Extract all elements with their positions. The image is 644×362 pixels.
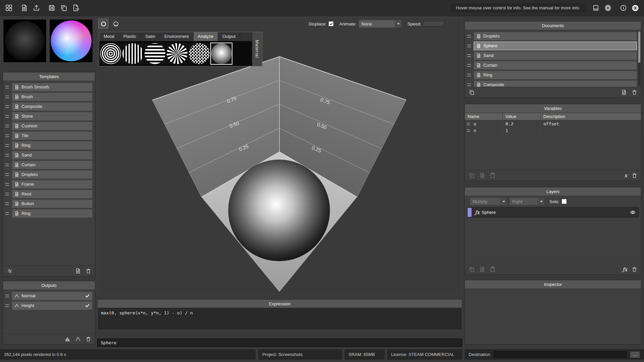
add-fx-layer-icon[interactable]: ƒx — [623, 266, 627, 273]
speed-slider[interactable] — [423, 21, 444, 26]
delete-template-icon[interactable] — [85, 268, 92, 275]
blend-mode-select[interactable]: Multiply — [470, 197, 507, 205]
tab-environment[interactable]: Environment — [160, 32, 194, 41]
chart-icon[interactable] — [64, 336, 71, 343]
chevron-down-icon[interactable] — [500, 198, 507, 205]
delete-document-icon[interactable] — [631, 89, 638, 96]
template-item[interactable]: Rivot — [3, 189, 95, 199]
layer-color-tab[interactable] — [468, 208, 472, 217]
duplicate-layer-icon[interactable] — [468, 266, 475, 273]
variable-value[interactable]: 0.2 — [503, 121, 541, 127]
material-thumb-checkerboard[interactable] — [189, 43, 210, 64]
solo-checkbox[interactable] — [561, 199, 567, 204]
document-item[interactable]: Sand — [465, 51, 641, 60]
template-item[interactable]: Brush Smooth — [3, 82, 95, 92]
paste-variable-icon[interactable] — [489, 172, 496, 179]
material-thumb-horizontal-stripes[interactable] — [144, 43, 166, 64]
drag-handle-icon[interactable] — [5, 134, 9, 137]
drag-handle-icon[interactable] — [5, 193, 9, 195]
drag-handle-icon[interactable] — [467, 83, 471, 86]
template-item[interactable]: Frame — [3, 179, 95, 189]
document-item-selected[interactable]: Sphere — [465, 41, 641, 51]
expression-name-field[interactable]: Sphere — [97, 339, 462, 347]
drag-handle-icon[interactable] — [467, 129, 470, 132]
column-value[interactable]: Value — [503, 113, 541, 120]
settings-gear-icon[interactable] — [630, 3, 641, 13]
template-item[interactable]: Stone — [3, 111, 95, 121]
drag-handle-icon[interactable] — [5, 202, 9, 205]
save-icon[interactable] — [46, 3, 57, 13]
delete-layer-icon[interactable] — [631, 266, 638, 273]
drag-handle-icon[interactable] — [5, 164, 9, 166]
template-item[interactable]: Cushion — [3, 121, 95, 131]
website-icon[interactable] — [602, 3, 613, 13]
output-item[interactable]: Height — [3, 301, 95, 310]
tab-output[interactable]: Output — [218, 32, 240, 41]
drag-handle-icon[interactable] — [5, 125, 9, 127]
copy-layer-icon[interactable] — [479, 266, 485, 273]
document-item[interactable]: Droplets — [465, 31, 641, 41]
manual-icon[interactable] — [590, 3, 601, 13]
template-item[interactable]: Brush — [3, 92, 95, 102]
scrollbar-thumb[interactable] — [638, 32, 640, 63]
destination-browse-button[interactable]: ... — [630, 351, 640, 358]
duplicate-document-icon[interactable] — [468, 89, 475, 96]
animate-select[interactable]: None — [359, 20, 402, 28]
drag-handle-icon[interactable] — [5, 173, 9, 176]
output-item[interactable]: Normal — [3, 291, 95, 301]
column-description[interactable]: Description — [541, 113, 641, 120]
variable-name[interactable]: n — [465, 127, 503, 134]
new-file-icon[interactable] — [19, 3, 30, 13]
material-thumb-radial-burst[interactable] — [166, 43, 188, 64]
chevron-down-icon[interactable] — [395, 20, 402, 27]
destination-input[interactable] — [494, 351, 627, 358]
add-variable-icon[interactable]: x — [624, 172, 627, 179]
template-item[interactable]: Ring — [3, 208, 95, 218]
documents-scrollbar[interactable] — [638, 32, 640, 85]
delete-output-icon[interactable] — [85, 336, 92, 343]
output-checkbox[interactable] — [85, 303, 90, 308]
delete-variable-icon[interactable] — [631, 172, 638, 179]
drag-handle-icon[interactable] — [5, 212, 9, 215]
drag-handle-icon[interactable] — [5, 154, 9, 157]
drag-handle-icon[interactable] — [467, 35, 471, 38]
template-item[interactable]: Tile — [3, 131, 95, 140]
material-thumb-concentric-rings[interactable] — [100, 43, 121, 64]
template-item[interactable]: Droplets — [3, 170, 95, 179]
output-checkbox[interactable] — [85, 293, 90, 298]
new-document-icon[interactable] — [621, 89, 627, 96]
layer-name[interactable]: Sphere — [482, 210, 496, 215]
variable-value[interactable]: 1 — [503, 127, 541, 134]
template-item[interactable]: Button — [3, 199, 95, 208]
tab-plastic[interactable]: Plastic — [119, 32, 141, 41]
variable-row[interactable]: o 0.2 offset — [465, 121, 641, 127]
drag-handle-icon[interactable] — [467, 64, 471, 67]
document-item[interactable]: Ring — [465, 70, 641, 80]
material-thumb-vertical-stripes[interactable] — [122, 43, 144, 64]
variable-name[interactable]: o — [465, 121, 503, 127]
template-item[interactable]: Ring — [3, 140, 95, 150]
tab-satin[interactable]: Satin — [141, 32, 160, 41]
document-item[interactable]: Composite — [465, 80, 641, 87]
duplicate-variable-icon[interactable] — [468, 172, 475, 179]
template-item[interactable]: Sand — [3, 150, 95, 160]
variable-row[interactable]: n 1 — [465, 127, 641, 134]
displace-checkbox[interactable] — [328, 21, 334, 26]
template-item[interactable]: Composite — [3, 102, 95, 111]
template-item[interactable]: Curtain — [3, 160, 95, 170]
chevron-down-icon[interactable] — [538, 198, 544, 205]
info-icon[interactable] — [618, 3, 629, 13]
tab-metal[interactable]: Metal — [99, 32, 119, 41]
drag-handle-icon[interactable] — [5, 183, 9, 186]
drag-handle-icon[interactable] — [5, 144, 9, 147]
grid-icon[interactable] — [3, 3, 14, 13]
drag-handle-icon[interactable] — [5, 105, 9, 108]
drag-handle-icon[interactable] — [5, 295, 9, 297]
drag-handle-icon[interactable] — [467, 123, 470, 125]
drag-handle-icon[interactable] — [5, 115, 9, 118]
height-preview-thumbnail[interactable] — [3, 19, 46, 62]
layer-item[interactable]: ƒx Sphere — [467, 207, 639, 218]
expression-code-editor[interactable]: max(0, sphere(x*n, y*n, 1) - o) / n — [97, 308, 462, 330]
new-template-icon[interactable] — [74, 268, 81, 275]
column-name[interactable]: Name — [465, 113, 503, 120]
